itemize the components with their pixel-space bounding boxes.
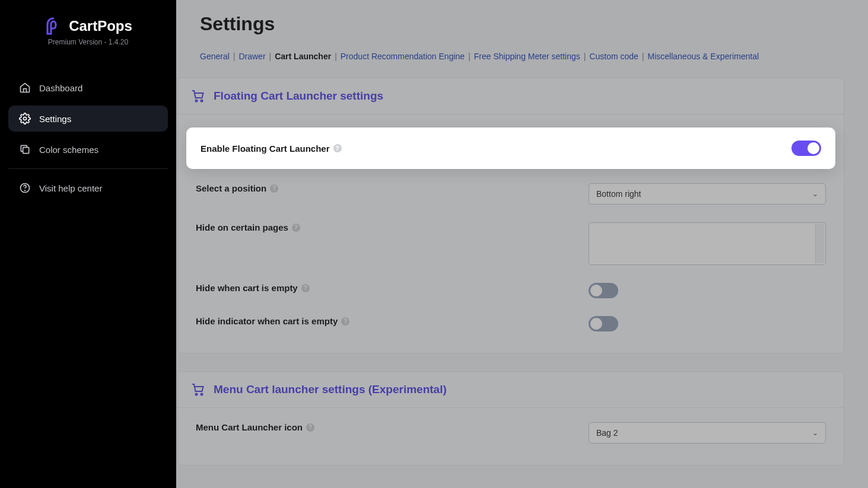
sidebar-item-color-schemes[interactable]: Color schemes — [8, 136, 168, 162]
svg-point-5 — [201, 100, 203, 102]
panel-title: Floating Cart Launcher settings — [214, 90, 383, 103]
brand-logo-icon — [44, 17, 63, 36]
menu-icon-label: Menu Cart Launcher icon — [196, 422, 303, 432]
svg-rect-1 — [23, 148, 29, 154]
question-icon[interactable]: ? — [306, 423, 314, 432]
tab-drawer[interactable]: Drawer — [239, 52, 265, 61]
cart-icon — [191, 89, 205, 103]
enable-floating-launcher-row: Enable Floating Cart Launcher ? — [186, 127, 835, 169]
panel-header: Floating Cart Launcher settings — [178, 78, 844, 114]
menu-icon-select-value: Bag 2 — [596, 428, 618, 438]
question-icon[interactable]: ? — [333, 144, 342, 152]
tab-custom-code[interactable]: Custom code — [589, 52, 638, 61]
chevron-down-icon: ⌄ — [812, 190, 818, 198]
enable-floating-launcher-label: Enable Floating Cart Launcher — [201, 143, 330, 154]
position-row: Select a position ? Bottom right ⌄ — [178, 169, 844, 208]
sidebar-item-label: Settings — [39, 114, 71, 124]
row-label: Menu Cart Launcher icon ? — [196, 422, 589, 432]
hide-empty-row: Hide when cart is empty ? — [178, 269, 844, 302]
brand-tagline: Premium Version - 1.4.20 — [12, 38, 164, 46]
tab-cart-launcher[interactable]: Cart Launcher — [275, 52, 331, 61]
hide-indicator-toggle[interactable] — [589, 316, 618, 331]
row-label: Select a position ? — [196, 183, 589, 193]
sidebar-item-dashboard[interactable]: Dashboard — [8, 75, 168, 101]
help-icon — [19, 182, 31, 194]
question-icon[interactable]: ? — [301, 284, 310, 292]
tab-free-shipping-meter[interactable]: Free Shipping Meter settings — [474, 52, 580, 61]
sidebar: CartPops Premium Version - 1.4.20 Dashbo… — [0, 0, 176, 488]
settings-tabs: General | Drawer | Cart Launcher | Produ… — [176, 52, 868, 78]
gear-icon — [19, 113, 31, 125]
enable-floating-launcher-toggle[interactable] — [791, 141, 821, 156]
sidebar-item-label: Color schemes — [39, 145, 98, 155]
hide-indicator-label: Hide indicator when cart is empty — [196, 316, 338, 326]
svg-point-0 — [24, 117, 27, 120]
sidebar-item-label: Visit help center — [39, 183, 102, 193]
panel-body: Menu Cart Launcher icon ? Bag 2 ⌄ — [178, 408, 844, 465]
home-icon — [19, 82, 31, 94]
hide-indicator-row: Hide indicator when cart is empty ? — [178, 302, 844, 335]
main-content: Settings General | Drawer | Cart Launche… — [176, 0, 868, 488]
question-icon[interactable]: ? — [270, 184, 278, 193]
menu-icon-select[interactable]: Bag 2 ⌄ — [589, 422, 826, 444]
sidebar-item-label: Dashboard — [39, 83, 82, 93]
copy-icon — [19, 143, 31, 155]
tab-general[interactable]: General — [200, 52, 230, 61]
hide-empty-label: Hide when cart is empty — [196, 283, 298, 293]
cart-icon — [191, 382, 205, 397]
tab-misc-experimental[interactable]: Miscellaneous & Experimental — [648, 52, 759, 61]
hide-empty-toggle[interactable] — [589, 283, 618, 298]
svg-point-3 — [25, 190, 26, 191]
sidebar-divider — [8, 168, 168, 169]
position-label: Select a position — [196, 183, 266, 193]
row-label: Hide when cart is empty ? — [196, 283, 589, 293]
position-select[interactable]: Bottom right ⌄ — [589, 183, 826, 205]
menu-icon-row: Menu Cart Launcher icon ? Bag 2 ⌄ — [178, 408, 844, 447]
sidebar-header: CartPops Premium Version - 1.4.20 — [0, 0, 176, 53]
panel-title: Menu Cart launcher settings (Experimenta… — [214, 383, 447, 396]
row-label: Hide indicator when cart is empty ? — [196, 316, 589, 326]
hide-pages-row: Hide on certain pages ? — [178, 208, 844, 269]
question-icon[interactable]: ? — [341, 317, 349, 326]
sidebar-item-help[interactable]: Visit help center — [8, 175, 168, 201]
svg-point-7 — [201, 394, 203, 395]
floating-launcher-panel: Floating Cart Launcher settings Enable F… — [177, 78, 844, 353]
panel-header: Menu Cart launcher settings (Experimenta… — [178, 372, 844, 408]
row-label: Hide on certain pages ? — [196, 222, 589, 232]
chevron-down-icon: ⌄ — [812, 429, 818, 437]
brand: CartPops — [12, 17, 164, 36]
sidebar-nav: Dashboard Settings Color schemes Visit h… — [0, 75, 176, 201]
svg-point-6 — [196, 394, 198, 395]
row-label: Enable Floating Cart Launcher ? — [201, 143, 791, 154]
panel-body: Enable Floating Cart Launcher ? Select a… — [178, 127, 844, 353]
sidebar-item-settings[interactable]: Settings — [8, 106, 168, 132]
hide-pages-textarea[interactable] — [589, 222, 826, 265]
position-select-value: Bottom right — [596, 189, 641, 199]
brand-name: CartPops — [69, 18, 132, 34]
svg-point-4 — [196, 100, 198, 102]
hide-pages-label: Hide on certain pages — [196, 222, 288, 232]
tab-recommendation-engine[interactable]: Product Recommendation Engine — [341, 52, 465, 61]
question-icon[interactable]: ? — [292, 224, 300, 232]
page-title: Settings — [176, 0, 868, 52]
menu-launcher-panel: Menu Cart launcher settings (Experimenta… — [177, 371, 844, 465]
